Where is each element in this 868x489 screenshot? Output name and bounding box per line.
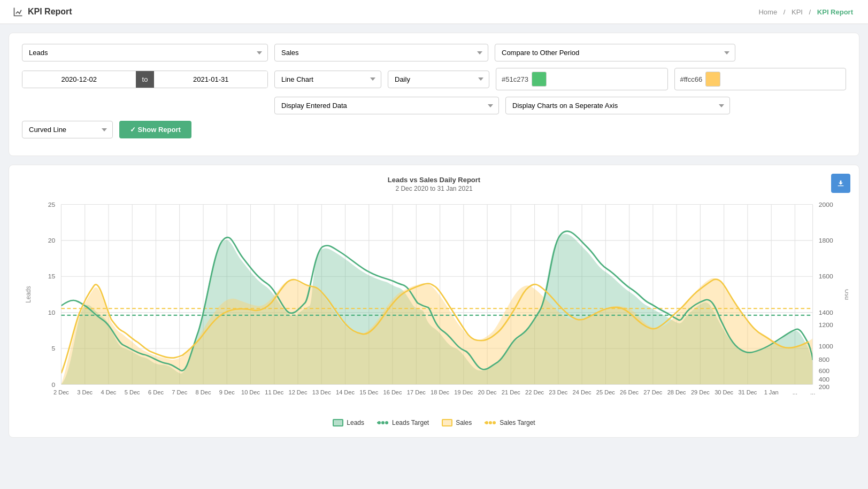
y-label-15: 15 [48, 273, 56, 281]
y-right-200: 200 [819, 383, 830, 391]
svg-text:30 Dec: 30 Dec [715, 390, 734, 396]
svg-text:21 Dec: 21 Dec [502, 390, 521, 396]
sales-select[interactable]: Sales Revenue Pipeline [274, 44, 488, 61]
svg-text:4 Dec: 4 Dec [101, 390, 117, 396]
svg-text:15 Dec: 15 Dec [359, 390, 379, 396]
svg-point-79 [489, 421, 492, 424]
svg-text:7 Dec: 7 Dec [172, 390, 187, 396]
svg-point-76 [385, 421, 388, 424]
svg-text:14 Dec: 14 Dec [336, 390, 355, 396]
svg-text:12 Dec: 12 Dec [289, 390, 308, 396]
breadcrumb-sep1: / [783, 8, 787, 16]
y-right-800: 800 [819, 356, 830, 364]
svg-text:17 Dec: 17 Dec [407, 390, 426, 396]
svg-text:26 Dec: 26 Dec [620, 390, 639, 396]
breadcrumb-current: KPI Report [817, 8, 853, 16]
svg-text:22 Dec: 22 Dec [525, 390, 544, 396]
svg-text:...: ... [793, 390, 797, 396]
chart-title: Leads vs Sales Daily Report [20, 176, 848, 184]
download-icon [836, 179, 845, 188]
svg-text:16 Dec: 16 Dec [383, 390, 403, 396]
svg-text:13 Dec: 13 Dec [312, 390, 332, 396]
top-navigation: KPI Report Home / KPI / KPI Report [0, 0, 868, 24]
svg-text:27 Dec: 27 Dec [643, 390, 663, 396]
date-range: to [22, 71, 268, 88]
svg-text:18 Dec: 18 Dec [431, 390, 450, 396]
filter-row-1: Leads Contacts Opportunities Sales Reven… [22, 44, 846, 61]
filter-row-3: Display Entered Data Hide Entered Data D… [22, 97, 846, 114]
show-report-button[interactable]: ✓ Show Report [119, 121, 191, 138]
chart-type-select[interactable]: Line Chart Bar Chart Area Chart [274, 71, 381, 88]
breadcrumb-kpi[interactable]: KPI [792, 8, 803, 16]
date-from-input[interactable] [22, 71, 136, 88]
y-right-2000: 2000 [819, 201, 833, 208]
color2-group: #ffcc66 [674, 68, 847, 90]
color1-group: #51c273 [496, 68, 668, 90]
svg-text:9 Dec: 9 Dec [219, 390, 235, 396]
date-to-input[interactable] [154, 71, 267, 88]
chart-subtitle: 2 Dec 2020 to 31 Jan 2021 [20, 185, 848, 192]
download-button[interactable] [831, 174, 850, 193]
brand-logo: KPI Report [13, 6, 72, 17]
breadcrumb-sep2: / [809, 8, 813, 16]
breadcrumb-home[interactable]: Home [758, 8, 777, 16]
legend-leads-label: Leads [347, 419, 364, 426]
brand-title: KPI Report [28, 7, 72, 17]
color1-swatch[interactable] [532, 72, 547, 87]
x-axis-labels: 2 Dec 3 Dec 4 Dec 5 Dec 6 Dec 7 Dec 8 De… [53, 390, 815, 396]
color1-hex: #51c273 [502, 75, 528, 83]
legend-sales-color [442, 419, 452, 426]
svg-text:6 Dec: 6 Dec [148, 390, 164, 396]
svg-text:2 Dec: 2 Dec [53, 390, 69, 396]
svg-text:20 Dec: 20 Dec [478, 390, 497, 396]
sales-area [61, 278, 812, 385]
y-right-1600: 1600 [819, 273, 833, 281]
legend-sales-target-color [485, 419, 496, 426]
y-label-0: 0 [52, 381, 56, 389]
svg-text:23 Dec: 23 Dec [549, 390, 568, 396]
chart-svg: 25 20 15 10 5 0 Leads 2000 1800 1600 140… [20, 199, 848, 413]
filter-row-2: to Line Chart Bar Chart Area Chart Daily… [22, 68, 846, 90]
svg-text:5 Dec: 5 Dec [125, 390, 140, 396]
svg-text:8 Dec: 8 Dec [196, 390, 211, 396]
compare-select[interactable]: Compare to Other Period Previous Period … [495, 44, 735, 61]
svg-text:11 Dec: 11 Dec [265, 390, 284, 396]
svg-text:10 Dec: 10 Dec [241, 390, 260, 396]
curve-select[interactable]: Curved Line Straight Line [22, 121, 113, 138]
y-right-1400: 1400 [819, 309, 833, 316]
svg-text:19 Dec: 19 Dec [454, 390, 473, 396]
frequency-select[interactable]: Daily Weekly Monthly [388, 71, 489, 88]
svg-text:...: ... [810, 390, 815, 396]
legend-leads-target-label: Leads Target [392, 419, 429, 426]
y-label-20: 20 [48, 237, 56, 244]
legend-sales-target: Sales Target [485, 419, 535, 426]
svg-text:28 Dec: 28 Dec [667, 390, 687, 396]
filter-row-4: Curved Line Straight Line ✓ Show Report [22, 121, 846, 138]
date-separator: to [136, 71, 155, 88]
y-right-1000: 1000 [819, 343, 833, 350]
chart-panel: Leads vs Sales Daily Report 2 Dec 2020 t… [9, 165, 859, 438]
y-axis-left-label: Leads [25, 286, 32, 303]
chart-area: 25 20 15 10 5 0 Leads 2000 1800 1600 140… [20, 199, 848, 413]
legend-sales: Sales [442, 419, 472, 426]
svg-point-74 [378, 421, 381, 424]
filter-panel: Leads Contacts Opportunities Sales Reven… [9, 33, 859, 156]
display-select[interactable]: Display Entered Data Hide Entered Data [274, 97, 499, 114]
legend-leads: Leads [333, 419, 364, 426]
svg-text:3 Dec: 3 Dec [77, 390, 93, 396]
svg-text:24 Dec: 24 Dec [573, 390, 592, 396]
kpi-icon [13, 6, 24, 17]
y-label-25: 25 [48, 201, 56, 208]
y-label-5: 5 [52, 345, 56, 352]
axis-select[interactable]: Display Charts on a Seperate Axis Same A… [505, 97, 730, 114]
svg-text:29 Dec: 29 Dec [691, 390, 710, 396]
leads-select[interactable]: Leads Contacts Opportunities [22, 44, 268, 61]
color2-swatch[interactable] [705, 72, 720, 87]
legend-leads-target: Leads Target [377, 419, 429, 426]
svg-text:1 Jan: 1 Jan [764, 390, 779, 396]
color2-hex: #ffcc66 [680, 75, 703, 83]
y-right-600: 600 [819, 368, 830, 375]
svg-point-75 [381, 421, 385, 424]
y-label-10: 10 [48, 309, 56, 316]
svg-point-78 [485, 421, 488, 424]
